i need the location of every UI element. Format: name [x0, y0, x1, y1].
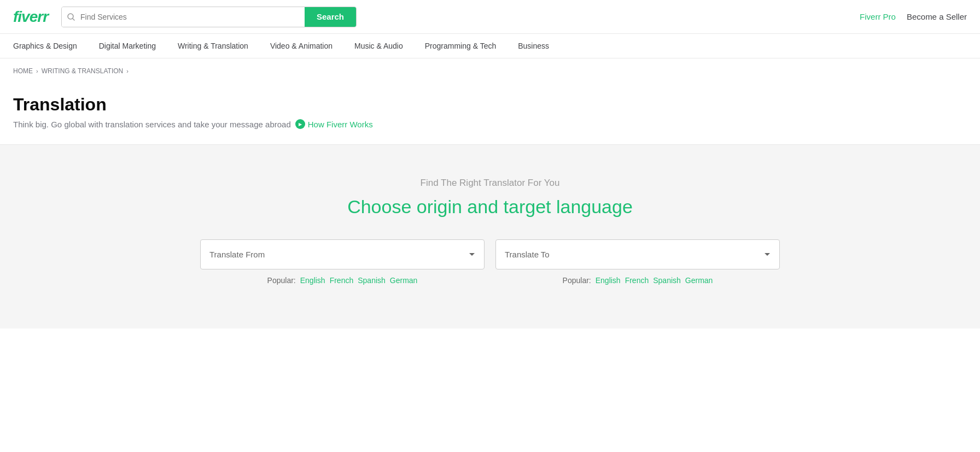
translator-section: Find The Right Translator For You Choose…: [0, 145, 980, 328]
breadcrumb-writing[interactable]: WRITING & TRANSLATION: [42, 67, 124, 75]
search-icon: [62, 7, 80, 27]
translate-to-english[interactable]: English: [596, 276, 621, 285]
translator-subtitle: Find The Right Translator For You: [421, 178, 560, 189]
page-subtitle-text: Think big. Go global with translation se…: [13, 120, 291, 129]
nav-item-digital-marketing[interactable]: Digital Marketing: [88, 34, 167, 58]
play-icon: ▶: [295, 119, 305, 129]
translate-to-select[interactable]: Translate To English French Spanish Germ…: [495, 239, 780, 269]
how-fiverr-works-link[interactable]: ▶ How Fiverr Works: [295, 119, 373, 129]
header-right: Fiverr Pro Become a Seller: [860, 12, 967, 21]
nav-item-video[interactable]: Video & Animation: [259, 34, 343, 58]
fiverr-pro-link[interactable]: Fiverr Pro: [860, 12, 896, 21]
nav-item-graphics[interactable]: Graphics & Design: [13, 34, 88, 58]
translator-title: Choose origin and target language: [347, 196, 633, 218]
search-button[interactable]: Search: [305, 7, 356, 27]
breadcrumb-home[interactable]: HOME: [13, 67, 33, 75]
page-title: Translation: [13, 95, 967, 115]
page-subtitle: Think big. Go global with translation se…: [13, 119, 967, 129]
nav-item-business[interactable]: Business: [507, 34, 560, 58]
translate-to-french[interactable]: French: [625, 276, 649, 285]
main-nav: Graphics & Design Digital Marketing Writ…: [0, 34, 980, 58]
breadcrumb-sep-1: ›: [36, 68, 38, 74]
dropdowns-row: Translate From English French Spanish Ge…: [200, 239, 780, 285]
header: fiverr Search Fiverr Pro Become a Seller: [0, 0, 980, 34]
nav-item-writing[interactable]: Writing & Translation: [167, 34, 259, 58]
translate-from-german[interactable]: German: [390, 276, 418, 285]
nav-item-programming[interactable]: Programming & Tech: [414, 34, 507, 58]
translate-to-spanish[interactable]: Spanish: [653, 276, 681, 285]
translate-from-english[interactable]: English: [300, 276, 325, 285]
translate-from-wrapper: Translate From English French Spanish Ge…: [200, 239, 485, 285]
search-bar: Search: [61, 7, 357, 27]
how-fiverr-works-label: How Fiverr Works: [308, 120, 373, 129]
translate-to-popular-label: Popular:: [563, 276, 591, 285]
breadcrumb: HOME › WRITING & TRANSLATION ›: [0, 58, 980, 84]
breadcrumb-sep-2: ›: [126, 68, 129, 74]
search-input[interactable]: [80, 7, 305, 27]
page-title-section: Translation Think big. Go global with tr…: [0, 84, 980, 145]
translate-from-popular: Popular: English French Spanish German: [200, 276, 485, 285]
translate-to-german[interactable]: German: [685, 276, 713, 285]
translate-from-select[interactable]: Translate From English French Spanish Ge…: [200, 239, 485, 269]
translate-from-spanish[interactable]: Spanish: [358, 276, 386, 285]
become-seller-link[interactable]: Become a Seller: [907, 12, 967, 21]
translate-from-popular-label: Popular:: [267, 276, 296, 285]
translate-to-popular: Popular: English French Spanish German: [495, 276, 780, 285]
svg-line-1: [73, 19, 74, 20]
translate-to-wrapper: Translate To English French Spanish Germ…: [495, 239, 780, 285]
logo[interactable]: fiverr: [13, 8, 48, 26]
nav-item-music[interactable]: Music & Audio: [343, 34, 414, 58]
translate-from-french[interactable]: French: [330, 276, 354, 285]
